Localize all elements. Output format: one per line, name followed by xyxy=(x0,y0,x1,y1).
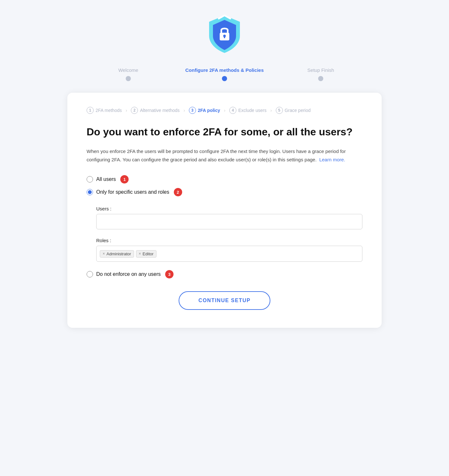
users-field-label: Users : xyxy=(96,206,362,211)
sub-step-label-4: Exclude users xyxy=(238,108,267,113)
sub-step-sep-4: › xyxy=(269,108,273,113)
radio-specific-users[interactable]: Only for specific users and roles 2 xyxy=(87,188,362,196)
radio-group: All users 1 Only for specific users and … xyxy=(87,175,362,196)
sub-step-2fa-methods: 1 2FA methods xyxy=(87,107,122,114)
sub-step-label-1: 2FA methods xyxy=(96,108,122,113)
sub-step-sep-2: › xyxy=(182,108,186,113)
sub-step-num-4: 4 xyxy=(229,107,236,114)
users-input[interactable] xyxy=(96,214,362,229)
radio-no-enforce-input[interactable] xyxy=(87,271,93,277)
description-text: When you enforce 2FA the users will be p… xyxy=(87,149,346,162)
badge-2: 2 xyxy=(174,188,182,196)
sub-step-num-2: 2 xyxy=(131,107,138,114)
tag-administrator: × Administrator xyxy=(100,250,134,258)
logo-area xyxy=(205,13,244,55)
radio-no-enforce[interactable]: Do not enforce on any users 3 xyxy=(87,270,362,278)
top-stepper: Welcome Configure 2FA methods & Policies… xyxy=(80,67,369,81)
sub-step-label-2: Alternative methods xyxy=(140,108,180,113)
sub-stepper: 1 2FA methods › 2 Alternative methods › … xyxy=(87,107,362,114)
main-card: 1 2FA methods › 2 Alternative methods › … xyxy=(67,93,382,328)
sub-step-sep-3: › xyxy=(223,108,227,113)
svg-rect-2 xyxy=(224,36,225,38)
roles-field-section: Roles : × Administrator × Editor xyxy=(96,238,362,262)
step-finish: Setup Finish xyxy=(273,67,369,81)
sub-step-exclude-users: 4 Exclude users xyxy=(229,107,267,114)
continue-setup-button[interactable]: CONTINUE SETUP xyxy=(179,291,270,310)
step-configure: Configure 2FA methods & Policies xyxy=(176,67,273,81)
radio-all-users[interactable]: All users 1 xyxy=(87,175,362,183)
step-configure-label: Configure 2FA methods & Policies xyxy=(185,67,264,73)
radio-specific-users-label: Only for specific users and roles xyxy=(96,189,169,195)
sub-step-alt-methods: 2 Alternative methods xyxy=(131,107,180,114)
sub-step-label-5: Grace period xyxy=(285,108,311,113)
learn-more-link[interactable]: Learn more. xyxy=(319,157,345,162)
tag-administrator-remove[interactable]: × xyxy=(103,251,105,256)
step-configure-dot xyxy=(222,76,227,81)
bottom-radio-section: Do not enforce on any users 3 xyxy=(87,270,362,278)
roles-tags-input[interactable]: × Administrator × Editor xyxy=(96,246,362,262)
radio-all-users-label: All users xyxy=(96,176,116,182)
continue-button-wrap: CONTINUE SETUP xyxy=(87,291,362,310)
sub-step-2fa-policy: 3 2FA policy xyxy=(189,107,220,114)
users-field-section: Users : xyxy=(96,206,362,229)
step-welcome-dot xyxy=(126,76,131,81)
page-description: When you enforce 2FA the users will be p… xyxy=(87,147,362,164)
tag-editor-label: Editor xyxy=(143,251,154,256)
sub-step-num-1: 1 xyxy=(87,107,94,114)
roles-field-label: Roles : xyxy=(96,238,362,243)
badge-1: 1 xyxy=(120,175,129,183)
sub-step-num-5: 5 xyxy=(276,107,283,114)
tag-editor-remove[interactable]: × xyxy=(139,251,141,256)
tag-administrator-label: Administrator xyxy=(106,251,131,256)
sub-step-sep-1: › xyxy=(124,108,129,113)
sub-step-grace-period: 5 Grace period xyxy=(276,107,311,114)
sub-step-num-3: 3 xyxy=(189,107,196,114)
shield-logo-icon xyxy=(205,13,244,55)
page-heading: Do you want to enforce 2FA for some, or … xyxy=(87,125,362,138)
step-welcome: Welcome xyxy=(80,67,176,81)
radio-all-users-input[interactable] xyxy=(87,176,93,183)
badge-3: 3 xyxy=(165,270,174,278)
radio-specific-users-input[interactable] xyxy=(87,189,93,195)
step-finish-dot xyxy=(318,76,323,81)
sub-step-label-3: 2FA policy xyxy=(198,108,220,113)
tag-editor: × Editor xyxy=(136,250,157,258)
radio-no-enforce-label: Do not enforce on any users xyxy=(96,271,161,277)
step-welcome-label: Welcome xyxy=(118,67,138,73)
step-finish-label: Setup Finish xyxy=(307,67,334,73)
